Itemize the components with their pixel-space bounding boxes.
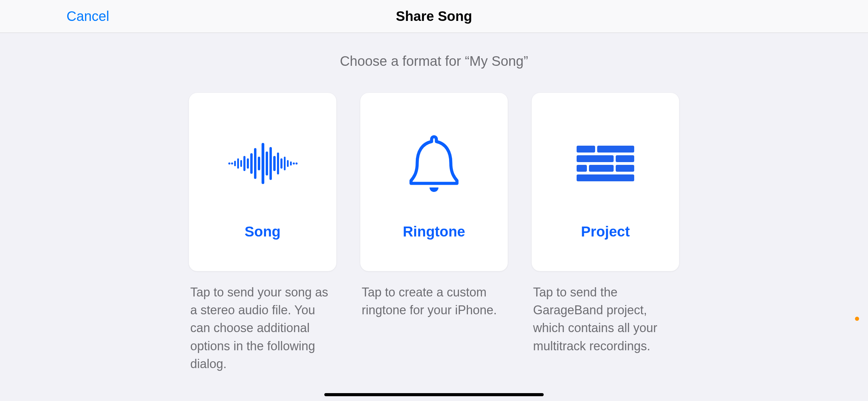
svg-rect-9: [258, 157, 260, 170]
option-ringtone-description: Tap to create a custom ringtone for your…: [360, 283, 508, 319]
option-project-card[interactable]: Project: [532, 93, 679, 271]
option-song-description: Tap to send your song as a stereo audio …: [189, 283, 336, 373]
format-prompt: Choose a format for “My Song”: [0, 53, 868, 69]
svg-point-20: [296, 162, 298, 165]
svg-point-1: [231, 162, 233, 165]
waveform-icon: [227, 124, 299, 203]
svg-rect-12: [269, 147, 272, 180]
page-title: Share Song: [396, 9, 472, 24]
svg-rect-28: [577, 174, 634, 181]
header-bar: Cancel Share Song: [0, 0, 868, 33]
option-project-label: Project: [581, 223, 630, 240]
svg-rect-8: [254, 148, 256, 179]
svg-rect-10: [262, 143, 264, 184]
svg-rect-21: [577, 146, 595, 153]
svg-rect-23: [577, 155, 614, 162]
svg-rect-17: [287, 160, 289, 167]
svg-rect-2: [234, 161, 236, 166]
svg-point-0: [228, 162, 230, 165]
option-ringtone-label: Ringtone: [403, 223, 465, 240]
svg-rect-7: [250, 153, 253, 174]
option-project-wrapper: Project Tap to send the GarageBand proje…: [532, 93, 679, 373]
svg-rect-5: [243, 156, 245, 171]
svg-rect-14: [277, 153, 279, 174]
svg-rect-11: [266, 151, 268, 175]
svg-rect-13: [273, 156, 276, 171]
format-options-row: Song Tap to send your song as a stereo a…: [0, 93, 868, 373]
svg-point-19: [293, 162, 295, 165]
svg-rect-4: [240, 160, 242, 167]
svg-rect-26: [589, 165, 614, 172]
cancel-button[interactable]: Cancel: [67, 9, 109, 24]
side-indicator-dot: [855, 317, 859, 321]
svg-rect-16: [284, 157, 286, 170]
home-indicator[interactable]: [324, 393, 544, 396]
bell-icon: [405, 124, 463, 203]
option-song-label: Song: [245, 223, 281, 240]
option-project-description: Tap to send the GarageBand project, whic…: [532, 283, 679, 355]
content-area: Choose a format for “My Song”: [0, 33, 868, 373]
svg-rect-24: [616, 155, 634, 162]
option-ringtone-card[interactable]: Ringtone: [360, 93, 508, 271]
svg-rect-3: [237, 158, 239, 169]
svg-rect-22: [597, 146, 634, 153]
svg-rect-18: [290, 161, 292, 166]
svg-rect-6: [247, 158, 249, 169]
multitrack-icon: [575, 124, 636, 203]
svg-rect-27: [616, 165, 634, 172]
option-song-wrapper: Song Tap to send your song as a stereo a…: [189, 93, 336, 373]
svg-rect-25: [577, 165, 587, 172]
option-ringtone-wrapper: Ringtone Tap to create a custom ringtone…: [360, 93, 508, 373]
svg-rect-15: [280, 158, 282, 169]
option-song-card[interactable]: Song: [189, 93, 336, 271]
